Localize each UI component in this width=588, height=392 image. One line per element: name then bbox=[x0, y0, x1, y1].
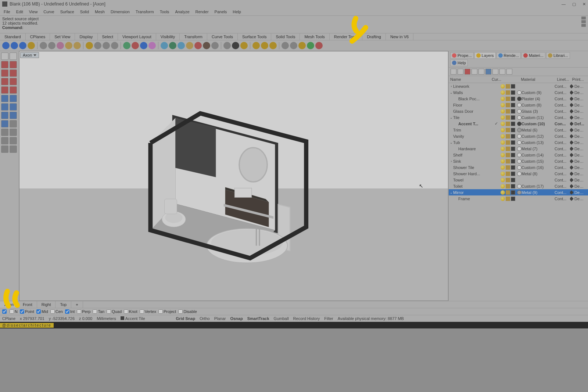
toolbar-icon[interactable] bbox=[2, 42, 10, 49]
layer-row[interactable]: VanityCustom (12)Cont...Defa... bbox=[449, 133, 588, 139]
layer-linetype[interactable]: Con... bbox=[555, 122, 570, 126]
layer-linetype[interactable]: Cont... bbox=[555, 97, 570, 101]
material-icon[interactable] bbox=[517, 97, 521, 101]
toolbar-icon[interactable] bbox=[94, 42, 101, 49]
color-swatch[interactable] bbox=[511, 197, 515, 201]
layer-material[interactable]: Custom (11) bbox=[521, 115, 555, 120]
layer-print[interactable]: Defa... bbox=[570, 190, 585, 195]
layer-name[interactable]: Glass Door bbox=[453, 109, 492, 114]
expand-icon[interactable]: ⌄ bbox=[449, 191, 453, 194]
layer-name[interactable]: Accent T... bbox=[453, 122, 492, 126]
layer-name[interactable]: Mirror bbox=[453, 190, 492, 195]
osnap-point[interactable]: Point bbox=[20, 309, 34, 314]
toolbar-icon[interactable] bbox=[132, 42, 139, 49]
tool-icon[interactable] bbox=[1, 69, 8, 77]
color-swatch[interactable] bbox=[511, 159, 515, 163]
material-icon[interactable] bbox=[517, 128, 521, 132]
col-current[interactable]: Cur... bbox=[492, 77, 505, 82]
toolbar-tab[interactable]: Curve Tools bbox=[207, 33, 238, 40]
visibility-icon[interactable] bbox=[501, 122, 505, 126]
layer-row[interactable]: ⌄WallsCustom (9)Cont...Defa... bbox=[449, 89, 588, 96]
visibility-icon[interactable] bbox=[501, 140, 505, 145]
lock-icon[interactable] bbox=[506, 103, 510, 107]
status-item[interactable]: z 0.000 bbox=[79, 316, 92, 321]
toolbar-icon[interactable] bbox=[178, 42, 185, 49]
toolbar-icon[interactable] bbox=[307, 42, 314, 49]
layer-name[interactable]: Vanity bbox=[453, 134, 492, 139]
visibility-icon[interactable] bbox=[501, 190, 505, 195]
menu-tools[interactable]: Tools bbox=[158, 9, 172, 15]
layer-print[interactable]: Defa... bbox=[570, 97, 585, 101]
tool-icon[interactable] bbox=[1, 78, 8, 85]
layer-material[interactable]: Glass (3) bbox=[521, 109, 555, 114]
toolbar-icon[interactable] bbox=[11, 42, 18, 49]
visibility-icon[interactable] bbox=[501, 103, 505, 107]
layer-material[interactable]: Custom (10) bbox=[521, 122, 555, 126]
status-item[interactable]: Gumball bbox=[274, 316, 289, 321]
material-icon[interactable] bbox=[517, 90, 521, 95]
layer-linetype[interactable]: Cont... bbox=[555, 134, 570, 139]
toolbar-tab[interactable]: Standard bbox=[0, 33, 26, 40]
toolbar-tab[interactable]: Select bbox=[98, 33, 118, 40]
layer-row[interactable]: Accent T...✓Custom (10)Con...Def... bbox=[449, 121, 588, 127]
lock-icon[interactable] bbox=[506, 115, 510, 120]
layer-linetype[interactable]: Cont... bbox=[555, 184, 570, 188]
layer-print[interactable]: Defa... bbox=[570, 109, 585, 114]
osnap-knot[interactable]: Knot bbox=[124, 309, 137, 314]
menu-render[interactable]: Render bbox=[193, 9, 211, 15]
viewport[interactable]: Axon bbox=[19, 51, 448, 301]
toolbar-icon[interactable] bbox=[161, 42, 168, 49]
toolbar-icon[interactable] bbox=[28, 42, 35, 49]
layer-material[interactable]: Custom (9) bbox=[521, 90, 555, 95]
visibility-icon[interactable] bbox=[501, 165, 505, 170]
layer-material[interactable]: Custom (14) bbox=[521, 153, 555, 157]
status-item[interactable]: Filter bbox=[324, 316, 333, 321]
status-item[interactable]: SmartTrack bbox=[247, 316, 269, 321]
layer-linetype[interactable]: Cont... bbox=[555, 84, 570, 89]
lock-icon[interactable] bbox=[506, 97, 510, 101]
color-swatch[interactable] bbox=[511, 90, 515, 95]
toolbar-icon[interactable] bbox=[282, 42, 289, 49]
tool-icon[interactable] bbox=[1, 129, 8, 136]
layer-name[interactable]: Frame bbox=[453, 197, 492, 201]
tool-icon[interactable] bbox=[10, 120, 17, 127]
layer-linetype[interactable]: Cont... bbox=[555, 178, 570, 182]
layer-name[interactable]: Walls bbox=[453, 90, 492, 95]
osnap-end[interactable] bbox=[2, 309, 7, 314]
command-options-icon[interactable] bbox=[581, 17, 586, 19]
layer-row[interactable]: ⌄MirrorMetal (9)Cont...Defa... bbox=[449, 189, 588, 195]
color-swatch[interactable] bbox=[511, 184, 515, 188]
layer-tool-tools-icon[interactable] bbox=[499, 69, 505, 75]
color-swatch[interactable] bbox=[511, 103, 515, 107]
layer-tool-help-icon[interactable] bbox=[506, 69, 512, 75]
visibility-icon[interactable] bbox=[501, 172, 505, 176]
command-area[interactable]: Select source object 12 objects modified… bbox=[0, 15, 588, 33]
tool-icon[interactable] bbox=[10, 103, 17, 111]
menu-dimension[interactable]: Dimension bbox=[108, 9, 132, 15]
panel-tab-layers[interactable]: Layers bbox=[474, 52, 496, 59]
layer-linetype[interactable]: Cont... bbox=[555, 128, 570, 132]
layer-print[interactable]: Defa... bbox=[570, 172, 585, 176]
layer-linetype[interactable]: Cont... bbox=[555, 172, 570, 176]
layer-row[interactable]: ToiletCustom (17)Cont...Defa... bbox=[449, 183, 588, 189]
toolbar-tab[interactable]: Solid Tools bbox=[271, 33, 300, 40]
layer-print[interactable]: Defa... bbox=[570, 197, 585, 201]
layer-print[interactable]: Defa... bbox=[570, 165, 585, 170]
visibility-icon[interactable] bbox=[501, 109, 505, 114]
color-swatch[interactable] bbox=[511, 140, 515, 145]
lock-icon[interactable] bbox=[506, 140, 510, 145]
toolbar-tab[interactable]: Visibility bbox=[156, 33, 180, 40]
toolbar-icon[interactable] bbox=[261, 42, 268, 49]
layer-name[interactable]: Black Poc... bbox=[453, 97, 492, 101]
layer-material[interactable]: Custom (13) bbox=[521, 140, 555, 145]
toolbar-tab[interactable]: Viewport Layout bbox=[118, 33, 156, 40]
panel-tab-rende[interactable]: Rende... bbox=[496, 52, 521, 59]
status-item[interactable]: Millimeters bbox=[97, 316, 116, 321]
status-item[interactable]: CPlane bbox=[2, 316, 15, 321]
menu-edit[interactable]: Edit bbox=[14, 9, 25, 15]
expand-icon[interactable]: ⌄ bbox=[449, 91, 453, 94]
col-linetype[interactable]: Linet... bbox=[557, 77, 572, 82]
tool-icon[interactable] bbox=[10, 137, 17, 144]
tool-icon[interactable] bbox=[1, 53, 8, 60]
viewport-tab[interactable]: + bbox=[71, 301, 83, 308]
